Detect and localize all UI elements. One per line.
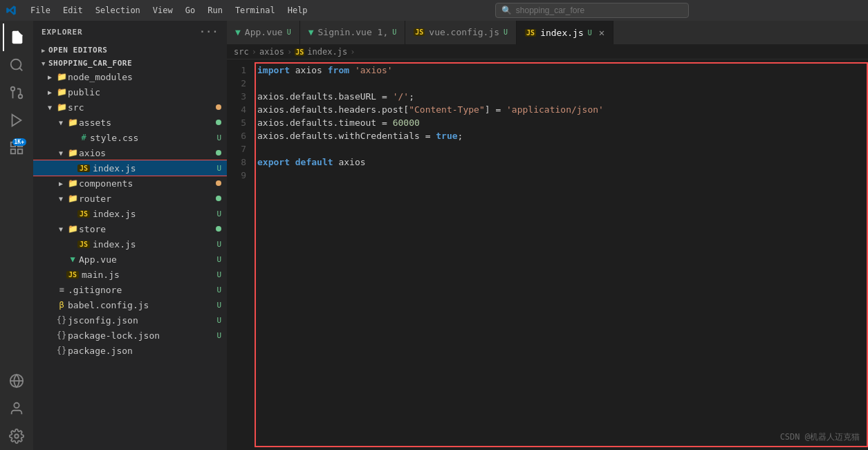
tab-vue-config[interactable]: JS vue.config.js U (405, 21, 517, 44)
tree-item-src[interactable]: ▼ 📁 src (33, 100, 227, 115)
menu-selection[interactable]: Selection (90, 4, 146, 17)
tree-item-router[interactable]: ▼ 📁 router (33, 191, 227, 206)
tab-index-js[interactable]: JS index.js U ✕ (517, 21, 613, 44)
svg-point-0 (11, 59, 21, 70)
more-options-icon[interactable]: ··· (199, 26, 219, 37)
project-arrow: ▼ (41, 60, 46, 67)
explorer-activity-icon[interactable] (3, 24, 30, 51)
menu-file[interactable]: File (25, 4, 56, 17)
extensions-activity-icon[interactable]: 1K+ (3, 134, 30, 162)
components-dot (216, 180, 221, 186)
main-js-label: main.js (82, 270, 216, 280)
store-icon: 📁 (66, 224, 79, 234)
open-editors-section[interactable]: ▶ OPEN EDITORS (33, 43, 227, 56)
svg-point-2 (19, 95, 23, 99)
index-js-close-button[interactable]: ✕ (599, 27, 604, 38)
source-control-activity-icon[interactable] (3, 79, 30, 106)
tab-app-vue[interactable]: ▼ App.vue U (227, 21, 300, 44)
axios-label: axios (79, 148, 216, 158)
svg-line-1 (19, 68, 22, 71)
settings-activity-icon[interactable] (3, 422, 30, 450)
vue-config-tab-label: vue.config.js (429, 27, 499, 37)
components-label: components (79, 178, 216, 189)
code-line-5: axios.defaults.timeout = 60000 (255, 116, 868, 129)
tree-item-app-vue[interactable]: ▼ App.vue U (33, 252, 227, 267)
router-index-label: index.js (93, 209, 216, 219)
main-js-badge: U (216, 270, 221, 279)
remote-activity-icon[interactable] (3, 367, 30, 395)
extensions-badge: 1K+ (12, 138, 26, 146)
search-input[interactable] (516, 6, 683, 15)
breadcrumb-axios: axios (259, 47, 284, 57)
breadcrumb-js-icon: JS (295, 48, 304, 56)
store-index-badge: U (216, 240, 221, 249)
gitignore-label: .gitignore (68, 285, 216, 295)
tree-item-store-index[interactable]: JS index.js U (33, 236, 227, 252)
signin-vue-tab-icon: ▼ (308, 27, 314, 37)
tree-item-axios[interactable]: ▼ 📁 axios (33, 145, 227, 160)
svg-marker-5 (12, 115, 21, 126)
index-js-tab-modified: U (588, 29, 592, 37)
store-index-icon: JS (77, 241, 90, 248)
package-json-icon: {} (55, 346, 68, 355)
menu-go[interactable]: Go (180, 4, 201, 17)
store-label: store (79, 224, 216, 234)
tree-item-jsconfig[interactable]: {} jsconfig.json U (33, 312, 227, 328)
tree-item-components[interactable]: ▶ 📁 components (33, 176, 227, 191)
accounts-activity-icon[interactable] (3, 395, 30, 422)
gitignore-icon: ≡ (55, 285, 68, 294)
menu-edit[interactable]: Edit (57, 4, 89, 17)
axios-index-label: index.js (93, 163, 216, 174)
tree-item-assets[interactable]: ▼ 📁 assets (33, 115, 227, 130)
menu-view[interactable]: View (147, 4, 178, 17)
app-vue-tab-modified: U (287, 28, 291, 36)
code-line-2 (255, 77, 868, 90)
tree-item-babel-config[interactable]: β babel.config.js U (33, 297, 227, 312)
babel-label: babel.config.js (68, 300, 216, 310)
vue-config-tab-icon: JS (414, 28, 425, 36)
store-index-label: index.js (93, 239, 216, 250)
code-editor[interactable]: import axios from 'axios' axios.defaults… (255, 62, 868, 447)
search-activity-icon[interactable] (3, 51, 30, 79)
gitignore-badge: U (216, 285, 221, 294)
tree-item-main-js[interactable]: JS main.js U (33, 267, 227, 282)
app-vue-tab-icon: ▼ (235, 27, 241, 37)
project-section[interactable]: ▼ SHOPPING_CAR_FORE (33, 56, 227, 69)
tree-item-axios-index[interactable]: JS index.js U (33, 160, 227, 176)
main-js-icon: JS (66, 271, 79, 279)
router-arrow: ▼ (55, 195, 66, 203)
menu-run[interactable]: Run (202, 4, 228, 17)
components-arrow: ▶ (55, 180, 66, 187)
code-line-9 (255, 169, 868, 182)
editor-content[interactable]: 1 2 3 4 5 6 7 8 9 import axios from 'axi… (227, 59, 868, 450)
tree-item-package-lock[interactable]: {} package-lock.json U (33, 328, 227, 343)
sidebar: Explorer ··· ▶ OPEN EDITORS ▼ SHOPPING_C… (33, 21, 227, 450)
sidebar-title: Explorer (41, 28, 82, 37)
breadcrumb-src: src (234, 47, 249, 57)
menu-help[interactable]: Help (282, 4, 313, 17)
run-debug-activity-icon[interactable] (3, 106, 30, 134)
babel-badge: U (216, 301, 221, 310)
tree-item-style-css[interactable]: # style.css U (33, 130, 227, 145)
project-label: SHOPPING_CAR_FORE (48, 59, 132, 68)
tree-item-store[interactable]: ▼ 📁 store (33, 221, 227, 236)
svg-rect-8 (18, 149, 22, 153)
tree-item-node-modules[interactable]: ▶ 📁 node_modules (33, 69, 227, 84)
node-modules-arrow: ▶ (44, 73, 55, 81)
src-dot (216, 104, 221, 110)
activity-bar: 1K+ (0, 21, 33, 450)
tree-item-package-json[interactable]: {} package.json (33, 343, 227, 358)
components-icon: 📁 (66, 178, 79, 188)
code-line-7 (255, 142, 868, 156)
menu-terminal[interactable]: Terminal (230, 4, 281, 17)
tree-item-router-index[interactable]: JS index.js U (33, 206, 227, 221)
tree-item-public[interactable]: ▶ 📁 public (33, 84, 227, 100)
assets-arrow: ▼ (55, 119, 66, 126)
code-line-3: axios.defaults.baseURL = '/'; (255, 90, 868, 103)
assets-dot (216, 120, 221, 125)
tab-signin-vue[interactable]: ▼ Signin.vue 1, U (300, 21, 406, 44)
tree-item-gitignore[interactable]: ≡ .gitignore U (33, 282, 227, 297)
breadcrumb-sep3: › (350, 47, 355, 57)
global-search-bar[interactable]: 🔍 (495, 3, 689, 18)
router-dot (216, 196, 221, 201)
